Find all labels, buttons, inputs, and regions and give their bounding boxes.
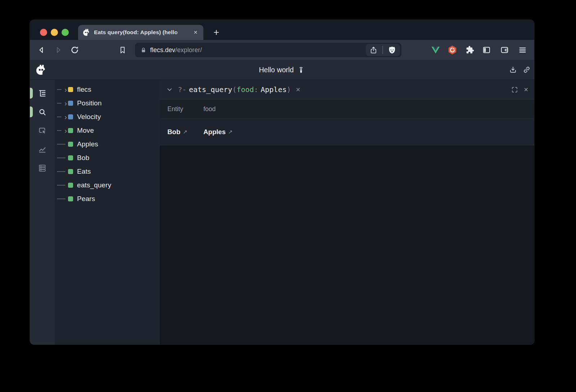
new-tab-button[interactable]: + [211,27,222,38]
browser-window: Eats query(food: Apples) (hello ✕ + [30,20,534,345]
browser-tab[interactable]: Eats query(food: Apples) (hello ✕ [78,25,203,40]
tree-item[interactable]: › Velocity [55,110,160,124]
hexagon-extension-icon[interactable] [447,45,457,55]
empty-canvas [160,145,534,345]
tree-item[interactable]: › Bob [55,151,160,165]
entity-color-square [68,196,73,201]
lock-icon[interactable] [140,47,147,54]
tree-connector: › [57,192,66,206]
tree-item[interactable]: › Pears [55,192,160,206]
page-title-group: Hello world [259,66,305,74]
column-header: Entity [160,105,203,113]
url-domain: flecs.dev [150,46,175,54]
sidebar-item-search[interactable] [30,102,55,121]
tree-connector: › [57,137,66,151]
permalink-icon[interactable] [522,65,531,74]
entity-color-square [68,183,73,188]
minimize-window-button[interactable] [51,29,58,36]
reload-button[interactable] [70,45,80,55]
inspect-cursor-icon [38,126,47,135]
tree-connector: › [57,124,66,137]
entity-color-square [68,169,73,174]
close-window-button[interactable] [40,29,47,36]
header-actions [508,65,531,74]
tree-item-label: Velocity [77,113,101,121]
entity-color-square [68,101,73,106]
divider [382,46,383,54]
chevron-right-icon: › [64,113,67,120]
sidebar-item-inspect[interactable] [30,121,55,140]
tree-item-label: flecs [77,86,91,94]
sidebar-item-tree-view[interactable] [30,84,55,102]
traffic-lights [40,29,69,36]
query-panel: ?-eats_query(food:Apples) ✕ ✕ Entityfood… [160,80,534,345]
tab-title: Eats query(food: Apples) (hello [94,29,189,36]
tree-connector: › [57,83,66,96]
entity-color-square [68,142,73,147]
page-title: Hello world [259,66,293,74]
entity-color-square [68,87,73,92]
zoom-window-button[interactable] [62,29,69,36]
tree-item[interactable]: › Position [55,96,160,110]
tree-connector: › [57,110,66,124]
share-icon[interactable] [369,46,378,54]
active-indicator [30,106,33,117]
tree-item[interactable]: › Eats [55,165,160,178]
flecs-logo-icon [35,64,47,76]
app-header: Hello world [30,60,534,80]
vue-devtools-extension-icon[interactable] [431,45,441,55]
link-arrow-icon: ↗ [183,129,188,135]
sidebar-icon-strip [30,80,55,345]
sidebar-toggle-icon[interactable] [482,46,491,55]
chevron-right-icon: › [64,99,67,107]
back-button[interactable] [37,45,46,55]
query-name: eats_query [189,85,232,94]
app-content: › flecs › Position › Velocity › Move › A… [30,80,534,345]
query-arg-value: Apples [261,85,287,94]
forward-button[interactable] [54,45,63,55]
query-expression: ?-eats_query(food:Apples) [178,85,291,94]
entity-link[interactable]: Bob↗ [160,128,203,136]
query-arg-name: food [237,85,254,94]
bookmark-icon[interactable] [118,46,127,55]
tree-item-label: Move [77,127,94,135]
tree-item[interactable]: › Move [55,124,160,137]
fullscreen-icon[interactable] [511,86,518,94]
query-clear-icon[interactable]: ✕ [296,86,300,93]
browser-toolbar: flecs.dev/explorer/ [30,40,534,60]
tree-connector: › [57,96,66,110]
chevron-down-icon[interactable] [166,86,174,94]
tree-item-label: Eats [77,168,91,176]
tree-view-icon [38,89,47,98]
menu-hamburger-icon[interactable] [518,46,527,55]
sidebar-item-commands[interactable] [30,159,55,177]
tree-item-label: Bob [77,154,89,162]
result-table-header: Entityfood [160,100,534,119]
wallet-icon[interactable] [500,46,509,55]
query-panel-actions: ✕ [511,86,528,94]
panel-close-icon[interactable]: ✕ [524,86,528,93]
tree-connector: › [57,165,66,178]
flecs-favicon-icon [82,28,90,36]
extensions-puzzle-icon[interactable] [465,45,474,55]
tab-close-icon[interactable]: ✕ [192,29,199,36]
entity-tree: › flecs › Position › Velocity › Move › A… [55,80,160,345]
entity-color-square [68,128,73,133]
download-icon[interactable] [508,65,518,74]
address-bar[interactable]: flecs.dev/explorer/ [135,43,401,57]
tree-item[interactable]: › eats_query [55,178,160,192]
rows-icon [38,164,47,173]
tree-item[interactable]: › flecs [55,83,160,96]
tree-item-label: Apples [77,140,98,148]
brave-shield-icon[interactable] [388,46,396,54]
entity-link[interactable]: Apples↗ [203,128,534,136]
chart-icon [38,145,47,154]
remote-connection-icon[interactable] [297,66,305,74]
url-path: /explorer/ [175,46,202,54]
tab-strip: Eats query(food: Apples) (hello ✕ + [30,20,534,40]
sidebar-item-statistics[interactable] [30,140,55,159]
chevron-right-icon: › [64,127,67,134]
tree-item[interactable]: › Apples [55,137,160,151]
entity-color-square [68,114,73,119]
tree-item-label: eats_query [77,181,111,189]
